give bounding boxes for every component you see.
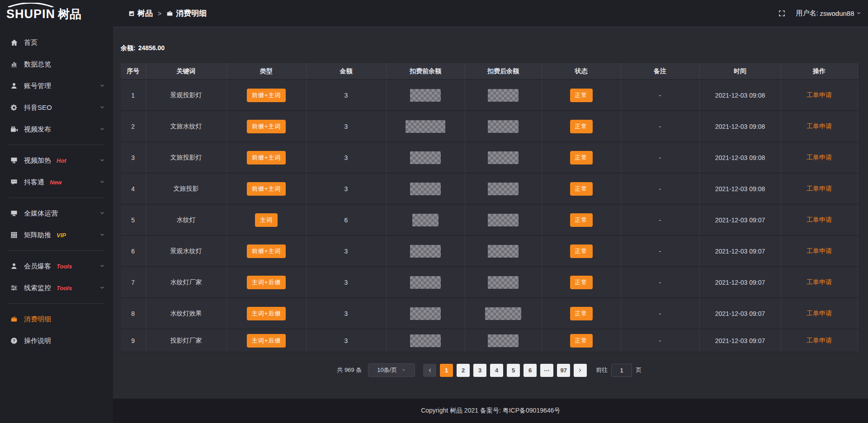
- sidebar-item-douyin-seo[interactable]: 抖音SEO: [0, 97, 113, 118]
- cell-type: 前缀+主词: [226, 111, 306, 142]
- cell-balance-after: [465, 173, 542, 204]
- sidebar-item-matrix-boost[interactable]: 矩阵助推VIP: [0, 224, 113, 246]
- page-button-1[interactable]: 1: [440, 364, 453, 377]
- goto-page-input[interactable]: [611, 364, 632, 377]
- work-order-apply-link[interactable]: 工单申请: [807, 278, 832, 286]
- cell-status: 正常: [542, 267, 621, 298]
- cell-index: 8: [121, 298, 146, 329]
- page-buttons: 123456···97: [440, 364, 570, 377]
- cell-keyword: 文旅投影: [146, 173, 226, 204]
- breadcrumb-item-current[interactable]: 消费明细: [166, 8, 207, 19]
- cell-balance-after: [465, 80, 542, 111]
- balance-label: 余额:: [121, 44, 136, 52]
- page-button-2[interactable]: 2: [457, 364, 470, 377]
- page-button-97[interactable]: 97: [557, 364, 570, 377]
- cell-amount: 3: [306, 267, 386, 298]
- cell-balance-before: [386, 298, 465, 329]
- cell-index: 1: [121, 80, 146, 111]
- column-header: 类型: [226, 63, 306, 80]
- cell-type: 前缀+主词: [226, 80, 306, 111]
- sidebar-item-tag: VIP: [57, 232, 66, 239]
- sidebar-item-data-overview[interactable]: 数据总览: [0, 53, 113, 75]
- sidebar-item-consumption-detail[interactable]: 消费明细: [0, 308, 113, 330]
- sidebar-item-label: 全媒体运营: [24, 209, 58, 218]
- work-order-apply-link[interactable]: 工单申请: [807, 122, 832, 130]
- sidebar-item-label: 视频发布: [24, 125, 51, 134]
- cell-type: 前缀+主词: [226, 142, 306, 173]
- balance-value: 24856.00: [138, 44, 165, 52]
- sidebar-item-lead-monitor[interactable]: 线索监控Tools: [0, 277, 113, 299]
- sidebar-item-label: 抖客通: [24, 178, 44, 187]
- sidebar-item-video-heat[interactable]: 视频加热Hot: [0, 150, 113, 171]
- work-order-apply-link[interactable]: 工单申请: [807, 337, 832, 344]
- sidebar-item-douketong[interactable]: 抖客通New: [0, 171, 113, 193]
- logo-text-en: SHUPIN: [6, 7, 55, 21]
- type-badge: 前缀+主词: [247, 151, 286, 164]
- cell-amount: 3: [306, 298, 386, 329]
- sidebar-item-label: 数据总览: [24, 60, 51, 69]
- next-page-button[interactable]: [574, 364, 587, 377]
- sidebar-item-account-management[interactable]: 账号管理: [0, 75, 113, 97]
- cell-index: 5: [121, 204, 146, 235]
- masked-balance-after: [488, 214, 519, 226]
- cell-action: 工单申请: [781, 80, 858, 111]
- cell-balance-before: [386, 204, 465, 235]
- page-button-6[interactable]: 6: [524, 364, 537, 377]
- cell-action: 工单申请: [781, 298, 858, 329]
- column-header: 状态: [542, 63, 621, 80]
- svg-text:?: ?: [13, 338, 15, 343]
- cell-remark: -: [621, 267, 699, 298]
- masked-balance-after: [488, 151, 519, 164]
- work-order-apply-link[interactable]: 工单申请: [807, 185, 832, 192]
- work-order-apply-link[interactable]: 工单申请: [807, 310, 832, 317]
- page-ellipsis-button[interactable]: ···: [540, 364, 553, 377]
- prev-page-button[interactable]: [423, 364, 436, 377]
- sidebar-divider: [8, 197, 105, 198]
- cell-keyword: 水纹灯厂家: [146, 267, 226, 298]
- type-badge: 前缀+主词: [247, 182, 286, 196]
- type-badge: 主词+后缀: [247, 276, 286, 289]
- sidebar-item-operation-guide[interactable]: ?操作说明: [0, 330, 113, 352]
- chevron-down-icon: [99, 179, 105, 185]
- cell-index: 7: [121, 267, 146, 298]
- fullscreen-icon[interactable]: [778, 9, 786, 17]
- sidebar-item-all-media-operation[interactable]: 全媒体运营: [0, 202, 113, 224]
- logo-arc: [7, 3, 54, 7]
- table-row: 9投影灯厂家主词+后缀3正常-2021-12-03 09:07工单申请: [121, 329, 858, 352]
- page-button-4[interactable]: 4: [490, 364, 503, 377]
- sidebar-item-label: 账号管理: [24, 82, 51, 90]
- sidebar-item-label: 首页: [24, 38, 38, 47]
- page-button-5[interactable]: 5: [507, 364, 520, 377]
- breadcrumb-label: 树品: [137, 8, 153, 19]
- page-button-3[interactable]: 3: [473, 364, 486, 377]
- cell-type: 主词+后缀: [226, 329, 306, 352]
- sidebar-item-member-marketing[interactable]: 会员爆客Tools: [0, 255, 113, 277]
- page-size-select[interactable]: 10条/页: [368, 363, 415, 377]
- user-menu[interactable]: 用户名: zswodun88: [796, 9, 861, 18]
- masked-balance-before: [406, 120, 445, 133]
- sidebar-item-video-publish[interactable]: 视频发布: [0, 118, 113, 140]
- sidebar-item-home[interactable]: 首页: [0, 32, 113, 53]
- cell-keyword: 水纹灯: [146, 204, 226, 235]
- column-header: 关键词: [146, 63, 226, 80]
- table-row: 4文旅投影前缀+主词3正常-2021-12-03 09:08工单申请: [121, 173, 858, 204]
- breadcrumb-item-home[interactable]: 树品: [128, 8, 153, 19]
- masked-balance-before: [410, 245, 441, 258]
- chevron-down-icon: [99, 232, 105, 238]
- work-order-apply-link[interactable]: 工单申请: [807, 154, 832, 161]
- cell-amount: 3: [306, 329, 386, 352]
- work-order-apply-link[interactable]: 工单申请: [807, 247, 832, 254]
- cell-status: 正常: [542, 298, 621, 329]
- chevron-down-icon: [99, 263, 105, 269]
- main-area: 树品 > 消费明细 用户名: zswodun88 余额:24856.00: [113, 0, 868, 423]
- work-order-apply-link[interactable]: 工单申请: [807, 91, 832, 99]
- column-header: 金额: [306, 63, 386, 80]
- cell-balance-after: [465, 235, 542, 267]
- masked-balance-before: [410, 89, 441, 102]
- chevron-down-icon: [99, 211, 105, 216]
- pagination: 共 969 条 10条/页 123456···97 前往 页: [121, 363, 858, 377]
- cell-index: 3: [121, 142, 146, 173]
- work-order-apply-link[interactable]: 工单申请: [807, 216, 832, 223]
- cell-balance-before: [386, 80, 465, 111]
- column-header: 序号: [121, 63, 146, 80]
